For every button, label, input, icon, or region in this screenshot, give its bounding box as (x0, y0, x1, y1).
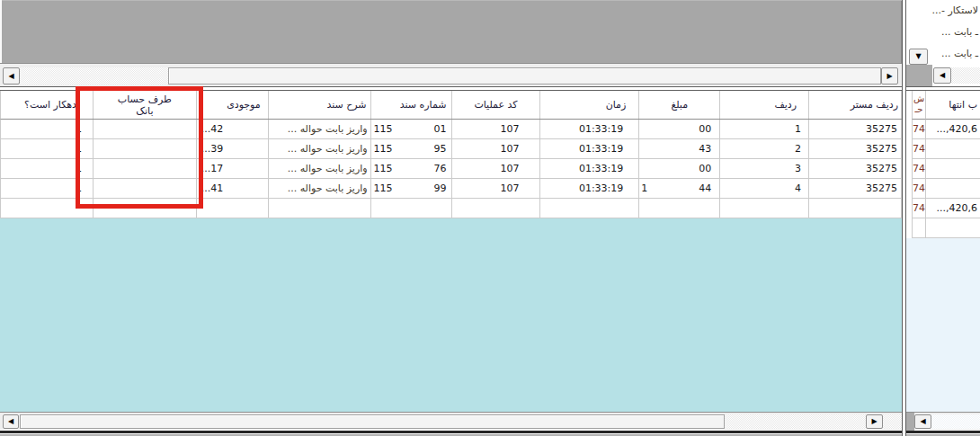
scrollbar-filler (906, 65, 932, 86)
cell-balance-end[interactable] (926, 139, 980, 159)
scrollbar-track[interactable] (951, 67, 980, 84)
cell-balance-end[interactable]: ...,420,6 (926, 199, 980, 218)
column-header-doc_number[interactable]: شماره سند (371, 91, 452, 119)
scroll-left-icon[interactable]: ◀ (3, 67, 20, 85)
cell-sharh[interactable]: 74 (912, 120, 926, 139)
cell-bank_account_party[interactable] (94, 199, 197, 218)
cell-master_row[interactable]: 35275 (809, 139, 902, 159)
cell-text: 01:33:19 (579, 159, 623, 178)
cell-balance[interactable]: ...42 (197, 120, 269, 139)
table-row: 1...39واریز بابت حواله ...1159510701:33:… (0, 139, 902, 159)
cell-doc_description[interactable]: واریز بابت حواله ... (269, 120, 371, 139)
cell-amount[interactable]: 144 (639, 179, 720, 199)
cell-row_no[interactable]: 2 (720, 139, 809, 159)
cell-doc_description[interactable] (269, 199, 371, 218)
cell-amount[interactable] (639, 199, 720, 218)
cell-doc_number[interactable] (371, 199, 452, 218)
column-header-time[interactable]: زمان (540, 91, 639, 119)
cell-bank_account_party[interactable] (94, 159, 197, 179)
cell-master_row[interactable]: 35275 (809, 159, 902, 179)
cell-time[interactable]: 01:33:19 (540, 179, 639, 199)
cell-sharh[interactable]: 74 (912, 159, 926, 179)
cell-time[interactable]: 01:33:19 (540, 139, 639, 159)
cell-text: 115 (374, 120, 393, 138)
cell-operation_code[interactable]: 107 (452, 120, 541, 139)
side-grid-body: 74...,420,674747474...,420,6 (906, 120, 980, 238)
dropdown-arrow-icon[interactable]: ▼ (909, 49, 928, 65)
cell-master_row[interactable] (809, 199, 902, 218)
cell-row_no[interactable]: 4 (720, 179, 809, 199)
column-header-row_no[interactable]: ردیف (720, 91, 809, 119)
column-header-is_debtor[interactable]: بدهکار است؟ (1, 91, 94, 119)
column-header-master_row[interactable]: ردیف مستر (809, 91, 902, 119)
cell-amount[interactable]: 43 (639, 139, 720, 159)
cell-bank_account_party[interactable] (94, 120, 197, 139)
cell-operation_code[interactable]: 107 (452, 179, 541, 199)
cell-master_row[interactable]: 35275 (809, 120, 902, 139)
cell-balance-end[interactable]: ...,420,6 (926, 120, 980, 139)
scrollbar-thumb[interactable] (168, 67, 881, 85)
cell-balance-end[interactable] (926, 159, 980, 179)
column-header-bank_account_party[interactable]: طرف حساب بانک (94, 91, 197, 119)
scroll-left-icon[interactable]: ◀ (933, 67, 951, 84)
cell-text: 1 (76, 159, 82, 178)
cell-is_debtor[interactable]: 1 (1, 139, 94, 159)
column-header-doc_description[interactable]: شرح سند (269, 91, 371, 119)
cell-row_no[interactable]: 3 (720, 159, 809, 179)
column-header-operation_code[interactable]: کد عملیات (452, 91, 541, 119)
cell-is_debtor[interactable] (1, 199, 94, 218)
cell-amount[interactable]: 00 (639, 120, 720, 139)
scroll-right-icon[interactable]: ▶ (881, 67, 898, 85)
cell-doc_description[interactable]: واریز بابت حواله ... (269, 159, 371, 179)
scroll-right-icon[interactable]: ▶ (866, 414, 883, 429)
scrollbar-track[interactable] (725, 414, 866, 429)
cell-doc_description[interactable]: واریز بابت حواله ... (269, 179, 371, 199)
cell-row_no[interactable]: 1 (720, 120, 809, 139)
cell-doc_number[interactable]: 11501 (371, 120, 452, 139)
cell-operation_code[interactable]: 107 (452, 139, 541, 159)
cell-balance[interactable]: ...39 (197, 139, 269, 159)
column-header-balance-end[interactable]: ب انتها (926, 91, 980, 120)
cell-sharh[interactable]: 74 (912, 179, 926, 199)
cell-row_no[interactable] (720, 199, 809, 218)
cell-is_debtor[interactable]: 1 (1, 120, 94, 139)
scrollbar-track[interactable] (883, 414, 902, 429)
cell-time[interactable]: 01:33:19 (540, 120, 639, 139)
column-header-balance[interactable]: موجودی (197, 91, 269, 119)
cell-text: 01 (434, 120, 447, 138)
cell-time[interactable] (540, 199, 639, 218)
cell-balance-end[interactable] (926, 218, 980, 238)
cell-operation_code[interactable] (452, 199, 541, 218)
top-right-scrollbar: ◀ (906, 65, 980, 86)
list-item[interactable]: ـ بابت ... (906, 23, 980, 43)
cell-doc_number[interactable]: 11599 (371, 179, 452, 199)
cell-balance[interactable] (197, 199, 269, 218)
table-row: 1...42واریز بابت حواله ...1150110701:33:… (0, 120, 902, 139)
scrollbar-thumb[interactable] (20, 414, 725, 429)
list-item[interactable]: لاستکار -... (906, 2, 980, 22)
cell-doc_number[interactable]: 11576 (371, 159, 452, 179)
cell-time[interactable]: 01:33:19 (540, 159, 639, 179)
scrollbar-track[interactable] (931, 414, 980, 429)
cell-bank_account_party[interactable] (94, 179, 197, 199)
cell-balance-end[interactable] (926, 179, 980, 199)
cell-amount[interactable]: 00 (639, 159, 720, 179)
cell-balance[interactable]: ...41 (197, 179, 269, 199)
scrollbar-track[interactable] (20, 67, 168, 85)
cell-operation_code[interactable]: 107 (452, 159, 541, 179)
cell-sharh[interactable] (912, 218, 926, 238)
cell-balance[interactable]: ...17 (197, 159, 269, 179)
cell-is_debtor[interactable]: 1 (1, 159, 94, 179)
scroll-left-icon[interactable]: ◀ (3, 414, 19, 429)
cell-sharh[interactable]: 74 (912, 139, 926, 159)
column-header-amount[interactable]: مبلغ (639, 91, 720, 119)
top-left-panel: ◀ ▶ (0, 0, 902, 86)
column-header-sharh[interactable]: ش حـ (912, 91, 926, 120)
cell-doc_number[interactable]: 11595 (371, 139, 452, 159)
cell-sharh[interactable]: 74 (912, 199, 926, 218)
cell-bank_account_party[interactable] (94, 139, 197, 159)
scroll-left-icon[interactable]: ◀ (914, 414, 931, 429)
cell-doc_description[interactable]: واریز بابت حواله ... (269, 139, 371, 159)
cell-master_row[interactable]: 35275 (809, 179, 902, 199)
cell-is_debtor[interactable]: 1 (1, 179, 94, 199)
